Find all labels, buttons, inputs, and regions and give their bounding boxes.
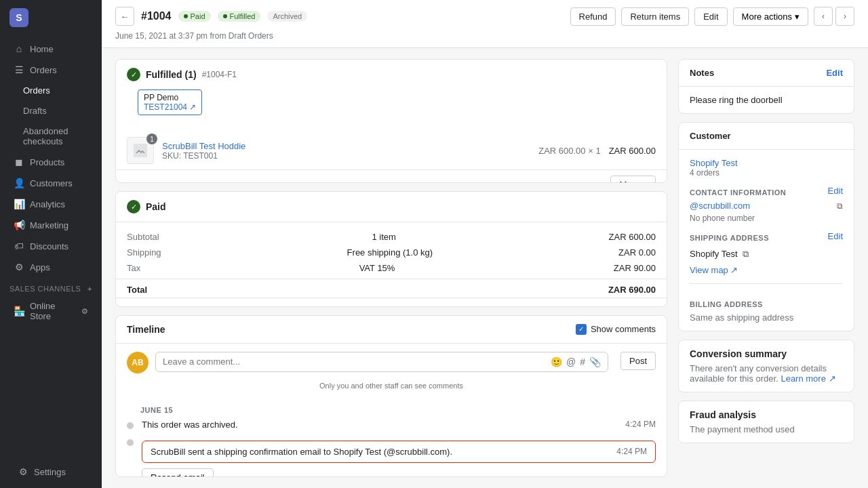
analytics-icon: 📊 (14, 199, 24, 209)
logo-icon: S (9, 8, 28, 27)
view-map-link[interactable]: View map ↗ (690, 265, 843, 275)
shipping-label: Shipping (127, 247, 161, 258)
show-comments-checkbox[interactable]: ✓ (576, 324, 587, 335)
sidebar-item-home[interactable]: ⌂ Home (4, 39, 98, 59)
fraud-title: Fraud analysis (690, 409, 843, 420)
fulfilled-card-footer: More ▾ (116, 169, 667, 183)
fraud-card: Fraud analysis The payment method used (678, 401, 854, 443)
home-icon: ⌂ (14, 43, 24, 54)
mention-icon[interactable]: @ (566, 357, 576, 367)
more-actions-button[interactable]: More actions ▾ (733, 7, 808, 26)
show-comments-toggle[interactable]: ✓ Show comments (576, 324, 656, 335)
back-button[interactable]: ← (115, 7, 134, 26)
paid-label: Paid by customer (127, 306, 195, 307)
sidebar-item-label: Discounts (30, 241, 68, 251)
hashtag-icon[interactable]: # (580, 357, 585, 367)
no-phone-text: No phone number (690, 214, 843, 223)
payment-header: ✓ Paid (116, 192, 667, 222)
email-box: ScrubBill sent a shipping confirmation e… (142, 441, 656, 463)
sidebar-item-customers[interactable]: 👤 Customers (4, 173, 98, 193)
sidebar-item-apps[interactable]: ⚙ Apps (4, 257, 98, 277)
learn-more-link[interactable]: Learn more ↗ (781, 373, 835, 384)
fulfilled-dot (223, 14, 227, 18)
sidebar-item-analytics[interactable]: 📊 Analytics (4, 194, 98, 214)
show-comments-label: Show comments (591, 324, 656, 334)
contact-email[interactable]: @scrubbill.com (690, 201, 750, 211)
contact-header: CONTACT INFORMATION Edit (690, 180, 843, 201)
timeline-item-content: This order was archived. 4:24 PM (142, 420, 656, 430)
chevron-down-icon: ▾ (795, 12, 800, 22)
notes-edit-link[interactable]: Edit (826, 68, 843, 78)
pp-demo-title: PP Demo (144, 93, 196, 102)
customer-card: Customer Shopify Test 4 orders CONTACT I… (678, 122, 854, 331)
customer-title: Customer (690, 131, 731, 141)
customer-name-link[interactable]: Shopify Test (690, 158, 738, 168)
sidebar: S ⌂ Home ☰ Orders Orders Drafts Abandone… (0, 0, 102, 488)
paid-badge: Paid (178, 11, 211, 22)
payment-tax-row: Tax VAT 15% ZAR 90.00 (116, 260, 667, 276)
timeline-title: Timeline (127, 324, 165, 335)
notes-header: Notes Edit (679, 60, 854, 87)
chevron-down-icon: ▾ (642, 180, 647, 183)
timeline-body: JUNE 15 This order was archived. 4:24 PM (116, 395, 667, 477)
sidebar-item-online-store[interactable]: 🏪 Online Store ⚙ (4, 296, 98, 326)
copy-address-icon[interactable]: ⧉ (743, 249, 749, 259)
more-button[interactable]: More ▾ (610, 176, 656, 183)
copy-email-icon[interactable]: ⧉ (837, 201, 843, 211)
discounts-icon: 🏷 (14, 241, 24, 251)
sidebar-item-discounts[interactable]: 🏷 Discounts (4, 236, 98, 256)
paid-dot (184, 14, 188, 18)
main-area: ← #1004 Paid Fulfilled Archived Refund R… (102, 0, 868, 488)
fulfilled-card: ✓ Fulfilled (1) #1004-F1 PP Demo TEST210… (115, 59, 667, 183)
customer-body: Shopify Test 4 orders CONTACT INFORMATIO… (679, 150, 854, 331)
fulfilled-header: ✓ Fulfilled (1) #1004-F1 (116, 60, 667, 89)
return-items-button[interactable]: Return items (621, 7, 689, 26)
conversion-title: Conversion summary (690, 348, 843, 359)
sidebar-item-products[interactable]: ◼ Products (4, 152, 98, 172)
sidebar-item-abandoned[interactable]: Abandoned checkouts (4, 121, 98, 151)
email-time: 4:24 PM (616, 447, 647, 457)
attachment-icon[interactable]: 📎 (589, 357, 601, 367)
billing-same-text: Same as shipping address (690, 312, 843, 323)
pp-demo-link[interactable]: TEST21004 ↗ (144, 102, 196, 112)
timeline-dot (127, 422, 134, 429)
add-sales-channel-button[interactable]: + (87, 285, 92, 293)
product-total: ZAR 600.00 (609, 146, 656, 156)
shipping-edit-link[interactable]: Edit (828, 231, 843, 241)
sidebar-item-drafts[interactable]: Drafts (4, 101, 98, 121)
product-name[interactable]: ScrubBill Test Hoddie (162, 141, 530, 151)
contact-edit-link[interactable]: Edit (828, 186, 843, 196)
sidebar-item-label: Marketing (30, 220, 68, 230)
settings-icon: ⚙ (18, 466, 28, 477)
edit-button[interactable]: Edit (694, 7, 727, 26)
emoji-icon[interactable]: 🙂 (551, 357, 562, 367)
shipping-amount: ZAR 0.00 (618, 247, 656, 258)
product-qty-badge: 1 (146, 134, 157, 144)
orders-icon: ☰ (14, 64, 24, 75)
apps-icon: ⚙ (14, 262, 24, 272)
next-order-button[interactable]: › (835, 7, 854, 26)
timeline-event-text: This order was archived. (142, 420, 238, 430)
comment-input[interactable] (163, 357, 551, 367)
sidebar-item-marketing[interactable]: 📢 Marketing (4, 215, 98, 235)
sidebar-item-settings[interactable]: ⚙ Settings (8, 462, 94, 482)
product-price: ZAR 600.00 × 1 (538, 146, 600, 156)
sidebar-item-orders[interactable]: ☰ Orders (4, 60, 98, 80)
notes-card: Notes Edit Please ring the doorbell (678, 59, 854, 114)
sidebar-logo[interactable]: S (0, 0, 102, 35)
timeline-item-email: ScrubBill sent a shipping confirmation e… (127, 436, 656, 477)
refund-button[interactable]: Refund (570, 7, 616, 26)
customer-orders[interactable]: 4 orders (690, 168, 843, 178)
timeline-item-content: ScrubBill sent a shipping confirmation e… (142, 436, 656, 477)
prev-order-button[interactable]: ‹ (814, 7, 833, 26)
topbar-actions: Refund Return items Edit More actions ▾ … (570, 7, 854, 26)
user-avatar: AB (127, 352, 149, 373)
sales-channels-section: SALES CHANNELS + (0, 278, 102, 296)
resend-email-button[interactable]: Resend email (142, 468, 214, 477)
marketing-icon: 📢 (14, 220, 24, 230)
post-button[interactable]: Post (620, 352, 656, 370)
sidebar-item-orders-sub[interactable]: Orders (4, 81, 98, 100)
tax-amount: ZAR 90.00 (614, 263, 656, 273)
conversion-body: Conversion summary There aren't any conv… (679, 340, 854, 392)
contact-section: CONTACT INFORMATION Edit @scrubbill.com … (690, 180, 843, 223)
